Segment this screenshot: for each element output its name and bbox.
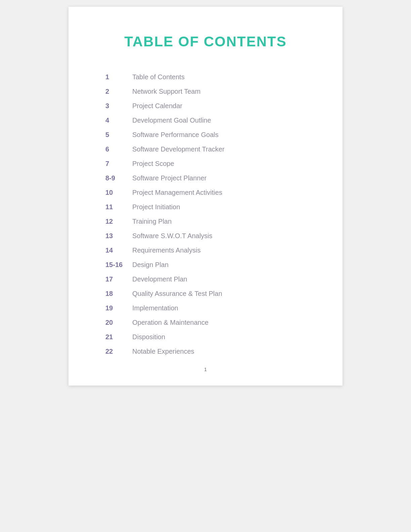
toc-number: 10 [102,189,132,196]
toc-number: 3 [102,102,132,110]
toc-number: 11 [102,203,132,211]
toc-entry-title: Software S.W.O.T Analysis [132,232,309,240]
toc-number: 20 [102,319,132,326]
page-footer-number: 1 [204,367,207,372]
toc-row: 1Table of Contents [102,70,309,84]
toc-entry-title: Software Project Planner [132,174,309,182]
toc-row: 6Software Development Tracker [102,142,309,157]
toc-number: 4 [102,117,132,124]
toc-number: 15-16 [102,261,132,269]
toc-entry-title: Software Development Tracker [132,145,309,153]
toc-entry-title: Network Support Team [132,88,309,95]
toc-container: 1Table of Contents2Network Support Team3… [102,70,309,359]
toc-entry-title: Quality Assurance & Test Plan [132,290,309,298]
toc-entry-title: Development Plan [132,275,309,283]
toc-number: 5 [102,131,132,139]
toc-entry-title: Disposition [132,333,309,341]
toc-row: 19Implementation [102,301,309,315]
toc-number: 18 [102,290,132,298]
toc-row: 3Project Calendar [102,99,309,113]
toc-entry-title: Notable Experiences [132,348,309,355]
toc-number: 13 [102,232,132,240]
toc-number: 21 [102,333,132,341]
toc-row: 5Software Performance Goals [102,128,309,142]
toc-row: 13Software S.W.O.T Analysis [102,229,309,243]
toc-entry-title: Software Performance Goals [132,131,309,139]
toc-row: 17Development Plan [102,272,309,286]
toc-row: 14Requirements Analysis [102,243,309,258]
toc-entry-title: Requirements Analysis [132,247,309,254]
toc-row: 8-9Software Project Planner [102,171,309,185]
toc-number: 17 [102,275,132,283]
page: TABLE OF CONTENTS 1Table of Contents2Net… [68,7,342,386]
toc-number: 12 [102,218,132,225]
toc-entry-title: Project Initiation [132,203,309,211]
toc-number: 8-9 [102,174,132,182]
toc-number: 7 [102,160,132,168]
toc-entry-title: Design Plan [132,261,309,269]
toc-number: 19 [102,304,132,312]
toc-row: 7Project Scope [102,157,309,171]
toc-entry-title: Project Management Activities [132,189,309,196]
toc-number: 1 [102,73,132,81]
toc-row: 21Disposition [102,330,309,344]
toc-row: 12Training Plan [102,214,309,229]
toc-row: 15-16Design Plan [102,258,309,272]
toc-row: 2Network Support Team [102,84,309,99]
toc-row: 11Project Initiation [102,200,309,214]
toc-entry-title: Project Calendar [132,102,309,110]
toc-entry-title: Implementation [132,304,309,312]
toc-row: 4Development Goal Outline [102,113,309,128]
toc-row: 22Notable Experiences [102,344,309,359]
toc-entry-title: Development Goal Outline [132,117,309,124]
page-heading: TABLE OF CONTENTS [102,34,309,50]
toc-number: 14 [102,247,132,254]
toc-number: 22 [102,348,132,355]
toc-number: 6 [102,145,132,153]
toc-row: 20Operation & Maintenance [102,315,309,330]
toc-row: 10Project Management Activities [102,185,309,200]
toc-entry-title: Operation & Maintenance [132,319,309,326]
toc-entry-title: Training Plan [132,218,309,225]
toc-number: 2 [102,88,132,95]
toc-row: 18Quality Assurance & Test Plan [102,286,309,301]
toc-entry-title: Table of Contents [132,73,309,81]
toc-entry-title: Project Scope [132,160,309,168]
